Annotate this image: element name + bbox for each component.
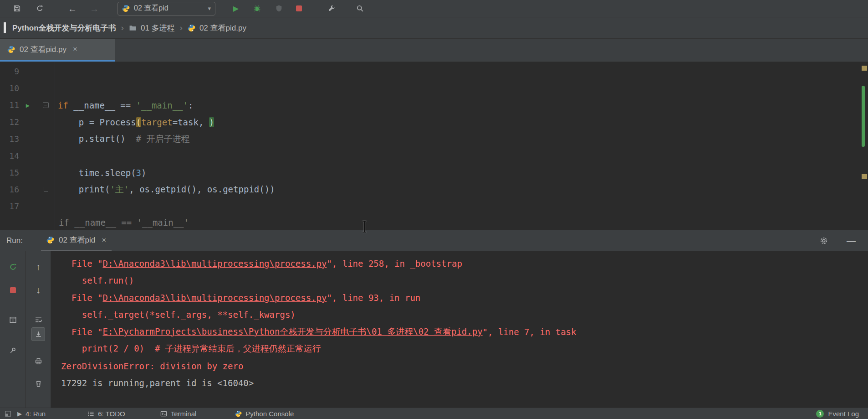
event-log-badge: 1 — [816, 410, 824, 418]
sync-button[interactable] — [33, 2, 46, 16]
fold-cell[interactable]: − — [36, 102, 55, 108]
stacktrace-link[interactable]: D:\Anaconda3\lib\multiprocessing\process… — [103, 259, 327, 269]
status-bar: ▶ 4: Run 6: TODO Terminal Python Console… — [0, 408, 868, 419]
run-icon: ▶ — [233, 5, 239, 12]
line-number[interactable]: 12 — [0, 117, 19, 127]
code-line[interactable]: 9 — [0, 63, 868, 80]
run-panel-header: Run: 02 查看pid × — — [0, 230, 868, 251]
breadcrumb-folder[interactable]: 01 多进程 — [141, 23, 175, 33]
console-text: ", line 93, in run — [327, 293, 420, 303]
stacktrace-link[interactable]: E:\PycharmProjects\business\Python全栈开发与分… — [103, 326, 483, 338]
console-text: ", line 258, in _bootstrap — [327, 259, 462, 269]
up-stack-button[interactable]: ↑ — [31, 260, 45, 274]
warning-mark — [862, 66, 867, 71]
statusbar-python-console-label: Python Console — [245, 410, 294, 418]
console-line: print(2 / 0) # 子进程异常结束后，父进程仍然正常运行 — [61, 341, 868, 358]
fold-end-icon — [44, 187, 48, 192]
run-tab-label: 02 查看pid — [59, 235, 95, 245]
debug-button[interactable] — [250, 2, 264, 16]
run-tab[interactable]: 02 查看pid × — [41, 230, 112, 251]
line-number[interactable]: 17 — [0, 202, 19, 211]
console-text: self.run() — [61, 275, 134, 285]
breadcrumb-project[interactable]: Python全栈开发与分析电子书 — [12, 23, 116, 33]
chevron-icon: › — [121, 23, 124, 33]
code-line[interactable]: 15 time.sleep(3) — [0, 164, 868, 181]
run-button[interactable]: ▶ — [229, 2, 243, 16]
stacktrace-link[interactable]: D:\Anaconda3\lib\multiprocessing\process… — [103, 293, 327, 303]
console-line: File "D:\Anaconda3\lib\multiprocessing\p… — [61, 289, 868, 306]
gutter-marker-cell[interactable]: ▶ — [19, 102, 36, 109]
line-number[interactable]: 14 — [0, 151, 19, 160]
console-text: ZeroDivisionError: division by zero — [61, 361, 243, 371]
line-number[interactable]: 16 — [0, 185, 19, 194]
console-output[interactable]: File "D:\Anaconda3\lib\multiprocessing\p… — [51, 251, 868, 408]
fold-cell[interactable] — [36, 187, 55, 192]
console-line: self.run() — [61, 272, 868, 290]
minimize-button[interactable]: — — [844, 234, 858, 248]
pin-tab-button[interactable] — [6, 343, 20, 357]
chevron-icon: › — [180, 23, 183, 33]
wrench-icon — [328, 5, 336, 12]
gear-icon — [819, 236, 828, 245]
console-text: self._target(*self._args, **self._kwargs… — [61, 310, 296, 320]
editor[interactable]: 91011▶−if __name__ == '__main__':12 p = … — [0, 62, 868, 230]
code-line[interactable]: 12 p = Process(target=task, ) — [0, 114, 868, 130]
clear-console-button[interactable] — [31, 377, 45, 390]
play-small-icon: ▶ — [17, 411, 22, 417]
statusbar-terminal-button[interactable]: Terminal — [160, 410, 197, 418]
line-number[interactable]: 9 — [0, 67, 19, 76]
run-line-icon[interactable]: ▶ — [26, 102, 30, 109]
statusbar-run-label: 4: Run — [26, 410, 46, 418]
mouse-cursor — [361, 220, 368, 233]
search-everywhere-button[interactable] — [353, 2, 367, 16]
run-config-selector[interactable]: 02 查看pid ▾ — [117, 2, 215, 16]
down-stack-button[interactable]: ↓ — [31, 283, 45, 297]
statusbar-run-button[interactable]: ▶ 4: Run — [17, 410, 46, 418]
tool-window-switcher[interactable] — [3, 409, 13, 419]
line-number[interactable]: 10 — [0, 83, 19, 93]
save-button[interactable] — [10, 2, 24, 16]
code-line[interactable]: 14 — [0, 147, 868, 164]
print-button[interactable] — [31, 354, 45, 368]
restore-layout-button[interactable] — [6, 313, 20, 326]
forward-button[interactable]: → — [87, 2, 101, 16]
coverage-button[interactable] — [272, 2, 286, 16]
line-number[interactable]: 11 — [0, 100, 19, 110]
back-button[interactable]: ← — [66, 2, 79, 16]
code-line[interactable]: 17 — [0, 198, 868, 215]
code-line[interactable]: 13 p.start() # 开启子进程 — [0, 130, 868, 147]
editor-tab-active[interactable]: 02 查看pid.py × — [0, 39, 115, 62]
fold-open-icon[interactable]: − — [43, 102, 49, 108]
editor-lines[interactable]: 91011▶−if __name__ == '__main__':12 p = … — [0, 63, 868, 215]
console-settings-button[interactable] — [817, 234, 831, 248]
python-icon — [188, 24, 195, 32]
folder-icon — [129, 24, 137, 32]
chevron-down-icon: ▾ — [208, 5, 211, 12]
code-line[interactable]: 11▶−if __name__ == '__main__': — [0, 97, 868, 114]
error-stripe[interactable] — [860, 62, 868, 230]
breadcrumb-file[interactable]: 02 查看pid.py — [199, 23, 246, 33]
search-icon — [356, 5, 364, 12]
context-hint-line: if __name__ == '__main__' — [0, 215, 868, 230]
python-icon — [46, 236, 54, 244]
statusbar-todo-button[interactable]: 6: TODO — [87, 410, 125, 418]
soft-wrap-button[interactable] — [31, 313, 45, 326]
code-line[interactable]: 16 print('主', os.getpid(), os.getppid()) — [0, 181, 868, 198]
code-text: p = Process(target=task, ) — [55, 117, 214, 127]
code-line[interactable]: 10 — [0, 80, 868, 97]
console-text: File " — [61, 259, 103, 269]
event-log-button[interactable]: Event Log — [828, 410, 859, 418]
close-icon[interactable]: × — [73, 45, 77, 54]
line-number[interactable]: 13 — [0, 134, 19, 144]
back-arrow-icon: ← — [68, 4, 77, 13]
rerun-button[interactable] — [6, 260, 20, 274]
statusbar-python-console-button[interactable]: Python Console — [235, 410, 294, 418]
down-arrow-icon: ↓ — [36, 285, 41, 295]
line-number[interactable]: 15 — [0, 168, 19, 177]
close-icon[interactable]: × — [102, 236, 106, 245]
stop-button[interactable] — [292, 2, 306, 16]
scroll-to-end-button[interactable] — [31, 327, 45, 341]
settings-wrench-button[interactable] — [325, 2, 338, 16]
scrollbar-thumb[interactable] — [862, 86, 865, 147]
stop-button[interactable] — [6, 283, 20, 297]
